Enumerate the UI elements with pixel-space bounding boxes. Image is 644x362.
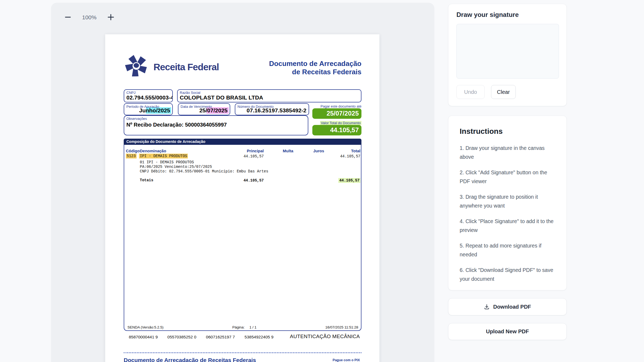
valor-total-label: Valor Total do Documento [320,121,361,125]
barcode-segment: 05570385252 0 [167,335,196,339]
document-title-line1: Documento de Arrecadação [269,60,361,68]
minus-icon [64,13,72,22]
page-label: Página: [232,325,245,329]
signature-card: Draw your signature Undo Clear [448,4,567,106]
receita-federal-pinwheel-icon [123,53,150,81]
row-total: 44.105,57 [309,154,360,158]
app-root: 100% [0,0,644,362]
field-cnpj: CNPJ 02.794.555/0003-40 [124,89,173,102]
instruction-step-5: 5. Repeat to add more signatures if need… [460,241,555,259]
row-detail-line: PA:06/2025 Vencimento:25/07/2025 [140,165,212,169]
field-razao-social-value: COLOPLAST DO BRASIL LTDA [180,94,263,101]
undo-button[interactable]: Undo [456,85,485,99]
row-codigo-highlight: 5123 [126,154,137,158]
zoom-in-button[interactable] [106,12,116,23]
valor-total-value-box: 44.105,57 [312,125,361,135]
upload-new-pdf-button[interactable]: Upload New PDF [448,323,567,340]
field-numero-documento: Número do Documento 07.16.25197.5385492-… [235,103,309,115]
pdf-page: Receita Federal Documento de Arrecadação… [105,34,379,362]
zoom-out-button[interactable] [63,12,73,23]
barcode-segment: 53854922405 9 [244,335,273,339]
plus-icon [107,13,115,22]
col-header-total: Total [309,149,360,153]
upload-new-pdf-label: Upload New PDF [486,328,529,335]
instruction-step-4: 4. Click "Place Signature" to add it to … [460,217,555,235]
row-denominacao: IPI - DEMAIS PRODUTOS [139,154,188,158]
instruction-step-6: 6. Click "Download Signed PDF" to save y… [460,266,555,283]
instruction-step-3: 3. Drag the signature to position it any… [460,193,555,210]
next-section-title: Documento de Arrecadação de Receitas Fed… [124,357,256,362]
senda-version: SENDA (Versão:5.2.5) [127,325,163,329]
col-header-denominacao: Denominação [140,149,166,153]
clear-button[interactable]: Clear [491,85,516,99]
col-header-codigo: Código [126,149,140,153]
field-periodo-apuracao: Período de Apuração Junho/2025 [124,103,173,115]
receita-federal-logo: Receita Federal [123,53,219,81]
row-principal: 44.105,57 [213,154,264,158]
totais-total: 44.105,57 [309,178,360,183]
zoom-toolbar: 100% [63,12,116,23]
totais-principal: 44.105,57 [213,178,264,183]
field-numero-value: 07.16.25197.5385492-2 [247,107,306,114]
col-header-multa: Multa [268,149,293,153]
page-indicator: Página:1 / 1 [232,325,257,329]
pagar-ate-value-box: 25/07/2025 [312,108,361,119]
zoom-level: 100% [82,14,97,21]
field-data-vencimento-value: 25/07/2025 [199,107,228,114]
instruction-step-2: 2. Click "Add Signature" button on the P… [460,168,555,186]
document-title-line2: de Receitas Federais [269,68,361,76]
row-detail-line: 01 IPI - DEMAIS PRODUTOS [140,160,194,164]
pagar-ate-label: Pagar este documento até [321,104,362,108]
field-observacoes-label: Observações [126,117,147,121]
pix-label: Pague com o PIX [333,358,360,362]
instructions-card: Instructions 1. Draw your signature in t… [448,116,567,290]
download-pdf-label: Download PDF [493,304,531,310]
receita-federal-wordmark: Receita Federal [153,62,219,72]
field-razao-social-label: Razão Social [180,91,200,95]
totais-total-highlight: 44.105,57 [338,178,360,183]
field-cnpj-value: 02.794.555/0003-40 [126,94,173,101]
totais-label: Totais [140,178,153,182]
composicao-table: Código Denominação Principal Multa Juros… [124,145,361,331]
field-cnpj-label: CNPJ [126,91,136,95]
download-pdf-button[interactable]: Download PDF [448,298,567,315]
document-title: Documento de Arrecadação de Receitas Fed… [269,60,361,76]
download-icon [484,304,490,310]
field-observacoes: Observações Nº Recibo Declaração: 500003… [124,115,308,135]
signature-canvas[interactable] [456,24,559,79]
field-observacoes-value: Nº Recibo Declaração: 50000364055997 [126,122,227,128]
row-detail-line: CNPJ Débito: 02.794.555/0005-01 Municípi… [140,169,268,173]
cut-line-separator [124,352,361,353]
field-periodo-value: Junho/2025 [139,107,170,114]
instructions-title: Instructions [460,127,555,136]
composicao-section-header: Composição do Documento de Arrecadação [124,139,361,145]
print-datetime: 16/07/2025 11:51:28 [325,325,358,329]
field-data-vencimento: Data de Vencimento 25/07/2025 [178,103,230,115]
document-footer-row: SENDA (Versão:5.2.5) Página:1 / 1 16/07/… [127,325,358,329]
signature-card-title: Draw your signature [456,11,519,19]
barcode-numbers: 85870000441 9 05570385252 0 06071625197 … [129,335,273,339]
field-razao-social: Razão Social COLOPLAST DO BRASIL LTDA [177,89,361,102]
barcode-segment: 85870000441 9 [129,335,158,339]
autenticacao-mecanica-label: AUTENTICAÇÃO MECÂNICA [290,334,360,339]
row-denominacao-highlight: IPI - DEMAIS PRODUTOS [139,154,188,158]
instruction-step-1: 1. Draw your signature in the canvas abo… [460,144,555,161]
pdf-viewer-panel: 100% [51,3,434,362]
row-codigo: 5123 [126,154,137,158]
col-header-principal: Principal [213,149,264,153]
barcode-segment: 06071625197 7 [206,335,235,339]
page-value: 1 / 1 [249,325,256,329]
